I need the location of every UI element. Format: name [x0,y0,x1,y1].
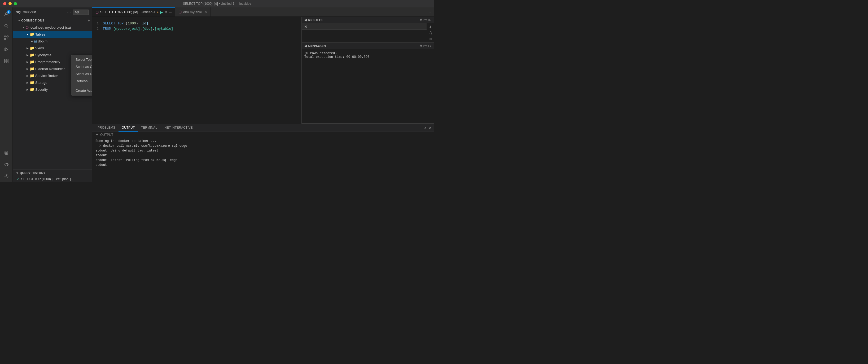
messages-body: (0 rows affected) Total execution time: … [302,49,434,61]
field-id: [Id] [140,22,148,25]
context-menu-select-top-1000[interactable]: Select Top 1000 [71,56,92,63]
storage-folder-icon: 📁 [30,80,34,85]
results-export-button[interactable]: ⬇ [428,24,433,30]
output-line-6: stdout: [95,163,431,167]
panel-close-button[interactable]: ✕ [429,126,432,130]
search-icon[interactable] [1,21,12,31]
results-section: ◀ RESULTS ⌘+⌥+R Id [302,17,434,43]
tables-node[interactable]: ▼ 📁 Tables [13,31,92,38]
tab-dbo-mytable[interactable]: ⬡ dbo.mytable ✕ [175,7,211,17]
messages-row2: Total execution time: 00:00:00.096 [304,55,431,59]
tbl-table: [mytable] [155,27,173,31]
tab-more-button[interactable]: ··· [169,10,172,14]
views-node[interactable]: ▶ 📁 Views [13,45,92,52]
server-icon: ⬡ [26,25,29,29]
tables-arrow: ▼ [26,33,30,36]
tab-label-2: dbo.mytable [183,10,202,14]
server-label: localhost, mydbproject (sa) [30,25,71,29]
results-col-id: Id [302,23,427,30]
query-history-header[interactable]: ▼ QUERY HISTORY [13,170,92,176]
maximize-button[interactable] [14,2,17,5]
svg-rect-8 [7,59,8,61]
tab-untitled1[interactable]: ⬡ SELECT TOP (1000) [Id] Untitled-1 • ▶ … [92,7,175,17]
panel-collapse-button[interactable]: ∧ [424,126,427,130]
results-grid-button[interactable]: ⊞ [428,36,433,41]
tab-db-icon-2: ⬡ [179,10,182,14]
add-connection-button[interactable]: + [88,18,90,23]
messages-label: MESSAGES [308,45,326,48]
activity-bar: 1 [0,7,13,182]
code-editor[interactable]: 1 SELECT TOP (1000) [Id] 2 FROM [92,17,302,123]
storage-label: Storage [35,81,48,85]
github-icon[interactable] [1,159,12,170]
query-history-section: ▼ QUERY HISTORY ✓ SELECT TOP (1000) [I..… [13,170,92,182]
output-line-1: Running the docker container ... [95,139,431,143]
context-menu-script-as-create[interactable]: Script as Create [71,63,92,70]
sidebar-search-input[interactable] [73,9,89,15]
tab-bar-more[interactable]: ··· [426,10,434,14]
editor-scroll-indicator [92,19,302,20]
results-collapse-icon: ◀ [304,18,307,22]
context-menu-refresh[interactable]: Refresh [71,78,92,85]
results-header-left: ◀ RESULTS [304,18,323,22]
source-control-icon[interactable] [1,32,12,43]
settings-icon[interactable] [1,171,12,181]
tab-dotnet-interactive[interactable]: .NET INTERACTIVE [160,124,196,132]
tbl-db: [mydbproject] [113,27,140,31]
profile-icon[interactable]: 1 [1,9,12,20]
extensions-icon[interactable] [1,56,12,66]
svg-point-3 [7,36,8,37]
sidebar-more-button[interactable]: ··· [67,10,71,14]
tab-output[interactable]: OUTPUT [119,124,138,132]
table-item-dbo[interactable]: ▶ ▤ dbo.m [13,38,92,45]
tab-close-2[interactable]: ✕ [204,10,207,14]
service-broker-label: Service Broker [35,74,58,78]
results-panel: ◀ RESULTS ⌘+⌥+R Id [302,17,434,123]
title-bar: SELECT TOP (1000) [Id] • Untitled-1 — lo… [0,0,434,7]
connections-section[interactable]: ▼ CONNECTIONS + [13,17,92,24]
num-1000: 1000 [128,22,136,25]
server-arrow: ▼ [21,26,26,29]
results-json-button[interactable]: {} [428,30,433,35]
output-line-2: > docker pull mcr.microsoft.com/azure-sq… [95,143,431,148]
messages-header[interactable]: ◀ MESSAGES ⌘+⌥+Y [302,43,434,49]
results-header[interactable]: ◀ RESULTS ⌘+⌥+R [302,17,434,23]
context-menu-script-as-drop[interactable]: Script as Drop [71,70,92,78]
messages-collapse-icon: ◀ [304,44,307,48]
svg-point-2 [4,36,6,37]
svg-point-11 [5,151,8,152]
connections-label: CONNECTIONS [21,19,44,22]
line-num-2: 2 [92,26,103,32]
synonyms-label: Synonyms [35,53,52,57]
security-folder-icon: 📁 [30,87,34,91]
minimize-button[interactable] [8,2,12,5]
sidebar-title: SQL SERVER [16,10,36,14]
output-content: Running the docker container ... > docke… [92,138,434,182]
programmability-folder-icon: 📁 [30,60,34,64]
tab-split-button[interactable]: ⧉ [165,10,167,14]
main-area: 1 [0,7,434,182]
messages-row1: (0 rows affected) [304,52,431,55]
server-node[interactable]: ▼ ⬡ localhost, mydbproject (sa) [13,24,92,31]
sidebar-header: SQL SERVER ··· [13,7,92,17]
views-label: Views [35,46,44,50]
tab-run-button[interactable]: ▶ [160,10,163,14]
database-icon[interactable] [1,147,12,158]
tab-problems[interactable]: PROBLEMS [94,124,119,132]
bottom-tabs-right: ∧ ✕ [424,126,432,130]
run-icon[interactable] [1,44,12,55]
security-arrow: ▶ [26,88,30,91]
tab-bar: ⬡ SELECT TOP (1000) [Id] Untitled-1 • ▶ … [92,7,434,17]
output-collapse-icon: ▼ [95,133,99,137]
close-button[interactable] [3,2,6,5]
context-menu-create-azure-function[interactable]: Create Azure Function with SQL binding [71,87,92,94]
results-table: Id [302,23,427,30]
dot-2: . [152,27,155,31]
query-history-item[interactable]: ✓ SELECT TOP (1000) [I...ect].[dbo].[... [13,176,92,182]
tab-terminal[interactable]: TERMINAL [138,124,160,132]
kw-from: FROM [103,27,113,31]
results-table-container: Id [302,23,427,43]
tab-modified-dot-1: • [157,10,159,15]
line-content-1: SELECT TOP (1000) [Id] [103,21,302,26]
tables-folder-icon: 📁 [30,32,34,36]
